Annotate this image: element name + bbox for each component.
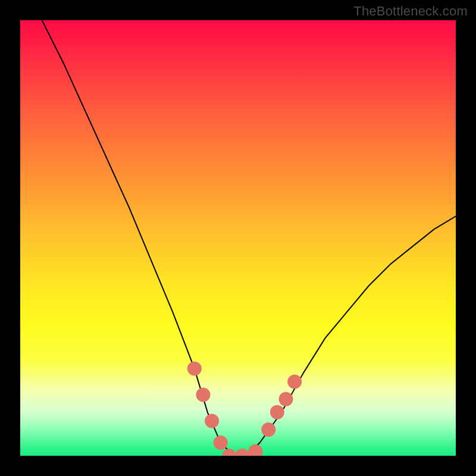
left-marker-3-icon [205,414,219,428]
right-marker-1-icon [261,422,275,437]
right-marker-4-icon [287,375,302,389]
left-marker-4-icon [214,436,228,450]
curve-layer [20,20,456,456]
bottom-marker-2-icon [235,449,249,456]
bottom-marker-3-icon [248,444,262,456]
chart-frame: TheBottleneck.com [0,0,476,476]
right-marker-3-icon [279,392,293,406]
watermark-text: TheBottleneck.com [353,4,468,19]
marker-group [187,362,302,456]
right-marker-2-icon [270,405,284,419]
bottleneck-curve [42,20,456,456]
left-marker-1-icon [187,362,202,376]
plot-area [20,20,456,456]
bottom-marker-1-icon [222,449,236,456]
left-marker-2-icon [196,388,210,402]
